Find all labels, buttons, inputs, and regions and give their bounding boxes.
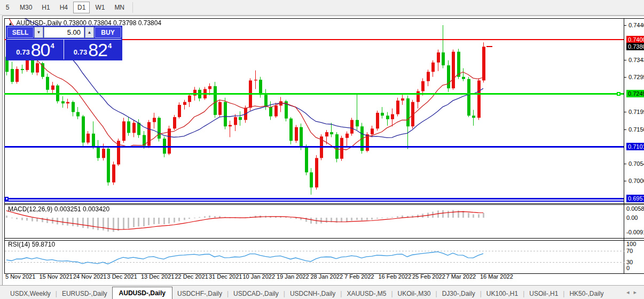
ask-main: 82: [88, 41, 107, 59]
chart-tab-xauusdm5[interactable]: XAUUSD-,M5: [342, 288, 391, 299]
ask-price: 0.73 82 4: [64, 40, 121, 59]
timeframe-button-d1[interactable]: D1: [73, 2, 90, 13]
chart-tab-usdcnhdaily[interactable]: USDCNH-,Daily: [285, 288, 340, 299]
price-tick-label: 0.73430: [629, 57, 644, 63]
timeframe-button-h4[interactable]: H4: [56, 2, 72, 13]
bid-main: 80: [31, 41, 50, 59]
volume-increase-button[interactable]: ▲: [85, 27, 94, 38]
price-tick-mark: [624, 129, 626, 130]
chart-tab-uk100h1[interactable]: UK100-,H1: [482, 288, 523, 299]
indicator-axis-label: 0: [626, 265, 630, 271]
tab-scroll-arrows: ◂▸: [626, 289, 641, 296]
date-label: 7 Feb 2022: [344, 273, 374, 280]
chart-tab-ukoilm30[interactable]: UKOil-,M30: [393, 288, 436, 299]
horizontal-level-line[interactable]: [4, 93, 624, 95]
date-label: 10 Jan 2022: [243, 273, 276, 280]
price-tick-label: 0.70060: [629, 178, 644, 184]
date-label: 25 Feb 2022: [412, 273, 445, 280]
horizontal-level-line[interactable]: [4, 146, 624, 148]
rsi-values: 59.8710: [32, 241, 55, 248]
indicator-axis-label: 100: [626, 241, 636, 247]
price-badge: 0.72491: [626, 90, 644, 97]
bid-price: 0.73 80 4: [7, 40, 64, 59]
date-label: 31 Dec 2021: [209, 273, 242, 280]
rsi-name: RSI(14): [8, 241, 30, 248]
price-tick-mark: [624, 25, 626, 26]
ask-sup: 4: [108, 42, 112, 50]
date-label: 16 Feb 2022: [379, 273, 412, 280]
date-label: 24 Nov 2021: [73, 273, 106, 280]
macd-label: MACD(12,26,9) 0.003251 0.003420: [8, 205, 109, 213]
chart-tab-bar: USDX,Weekly|EURUSD-,DailyAUDUSD-,DailyUS…: [0, 285, 644, 299]
date-label: 22 Dec 2021: [175, 273, 208, 280]
one-click-trade-panel: SELL ▼ 5.00 ▲ BUY 0.73 80 4 0.73 82 4: [6, 26, 122, 60]
toolbar-separator: [132, 2, 133, 13]
buy-button[interactable]: BUY: [95, 27, 121, 38]
tab-scroll-right-icon[interactable]: ▸: [633, 289, 641, 295]
date-label: 28 Jan 2022: [311, 273, 343, 280]
macd-values: 0.003251 0.003420: [54, 205, 109, 213]
tab-scroll-left-icon[interactable]: ◂: [626, 289, 634, 295]
indicator-axis-label: 0.00585: [626, 205, 644, 212]
date-label: 13 Dec 2021: [141, 273, 174, 280]
last-price-marker: [486, 46, 492, 47]
date-label: 7 Mar 2022: [446, 273, 476, 280]
price-tick-label: 0.71990: [629, 109, 644, 115]
price-tick-label: 0.70540: [629, 160, 644, 167]
chart-tab-usdchfdaily[interactable]: USDCHF-,Daily: [172, 288, 227, 299]
date-label: 5 Nov 2021: [5, 273, 35, 280]
price-tick-label: 0.72950: [629, 74, 644, 80]
chart-tab-hk50daily[interactable]: HK50-,Daily: [564, 288, 608, 299]
bid-prefix: 0.73: [16, 48, 29, 56]
chart-tab-usdcaddaily[interactable]: USDCAD-,Daily: [229, 288, 284, 299]
price-tick-mark: [624, 181, 626, 181]
price-tick-label: 0.71500: [629, 126, 644, 133]
date-label: 15 Nov 2021: [40, 273, 73, 280]
timeframe-button-w1[interactable]: W1: [91, 2, 109, 13]
timeframe-button-m30[interactable]: M30: [15, 2, 36, 13]
price-tick-mark: [624, 60, 626, 60]
indicator-axis-label: 70: [626, 248, 633, 254]
date-label: 16 Mar 2022: [480, 273, 513, 280]
price-tick-mark: [624, 164, 626, 164]
timeframe-button-mn[interactable]: MN: [110, 2, 129, 13]
price-tick-mark: [624, 77, 626, 78]
ask-prefix: 0.73: [74, 48, 87, 56]
horizontal-level-line-2[interactable]: [4, 201, 624, 202]
indicator-axis-label: 0.00: [626, 214, 638, 221]
chart-window: ▲ AUDUSD-,Daily 0.73800 0.73804 0.73798 …: [2, 16, 644, 299]
chart-tab-audusddaily[interactable]: AUDUSD-,Daily: [112, 287, 172, 299]
timeframe-toolbar: 5M30H1H4D1W1MN: [0, 0, 644, 15]
price-badge: 0.71013: [626, 143, 644, 150]
indicator-axis-label: -0.00918: [626, 229, 644, 235]
sell-button[interactable]: SELL: [7, 27, 34, 38]
chart-tab-usdxweekly[interactable]: USDX,Weekly: [5, 288, 56, 299]
price-tick-label: 0.74400: [629, 22, 644, 28]
chart-tab-usoilh1[interactable]: USOil-,H1: [524, 288, 563, 299]
caret-down-icon: ▼: [37, 30, 41, 35]
price-badge: 0.69574: [626, 195, 644, 202]
timeframe-button-5[interactable]: 5: [1, 2, 14, 13]
level-line-handle[interactable]: [617, 92, 621, 96]
volume-field[interactable]: 5.00: [44, 27, 84, 38]
price-badge: 0.73804: [626, 43, 644, 50]
bid-sup: 4: [50, 42, 54, 50]
rsi-label: RSI(14) 59.8710: [8, 241, 55, 248]
date-label: 19 Jan 2022: [277, 273, 309, 280]
price-badge: 0.74002: [626, 36, 644, 43]
chart-tab-eurusddaily[interactable]: EURUSD-,Daily: [57, 288, 112, 299]
price-tick-mark: [624, 112, 626, 112]
macd-name: MACD(12,26,9): [8, 205, 52, 213]
level-line-handle[interactable]: [5, 197, 9, 201]
chart-tab-dj30daily[interactable]: DJ30-,Daily: [437, 288, 480, 299]
timeframe-button-h1[interactable]: H1: [37, 2, 54, 13]
date-label: 3 Dec 2021: [107, 273, 137, 280]
horizontal-level-line[interactable]: [4, 198, 624, 200]
caret-up-icon: ▲: [88, 30, 92, 35]
volume-decrease-button[interactable]: ▼: [34, 27, 43, 38]
